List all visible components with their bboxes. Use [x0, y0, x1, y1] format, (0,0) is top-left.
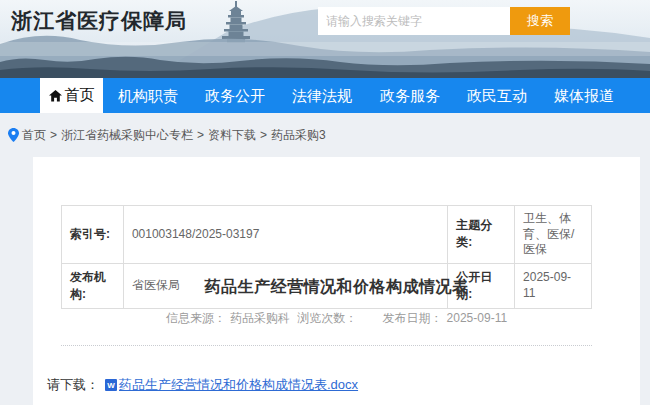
article-meta: 信息来源：药品采购科 浏览次数： 发布日期：2025-09-11 [33, 310, 640, 327]
index-number-label: 索引号: [62, 206, 124, 264]
dotted-divider [61, 345, 592, 346]
breadcrumb-current: 药品采购3 [271, 127, 326, 144]
nav-item-home[interactable]: 首页 [40, 78, 103, 113]
search-input[interactable] [318, 7, 510, 35]
breadcrumb-separator: > [50, 128, 57, 142]
nav-item-services[interactable]: 政务服务 [380, 78, 440, 113]
index-number-value: 001003148/2025-03197 [123, 206, 447, 264]
breadcrumb-home[interactable]: 首页 [22, 127, 46, 144]
breadcrumb-separator: > [260, 128, 267, 142]
download-label: 请下载： [47, 376, 99, 394]
download-file-link[interactable]: 药品生产经营情况和价格构成情况表.docx [119, 376, 358, 394]
nav-item-media[interactable]: 媒体报道 [554, 78, 614, 113]
breadcrumb-downloads[interactable]: 资料下载 [208, 127, 256, 144]
site-title: 浙江省医疗保障局 [11, 7, 187, 35]
meta-views-label: 浏览次数： [297, 311, 357, 325]
meta-date-value: 2025-09-11 [447, 311, 508, 325]
home-icon [49, 90, 62, 102]
page: 浙江省医疗保障局 搜索 首页 机构职责 政务公开 法律法规 政务服务 政民互动 … [0, 0, 650, 405]
nav-item-duties[interactable]: 机构职责 [118, 78, 178, 113]
search-bar: 搜索 [318, 7, 570, 35]
meta-date-label: 发布日期： [383, 311, 443, 325]
table-row: 索引号: 001003148/2025-03197 主题分类: 卫生、体育、医保… [62, 206, 592, 264]
article-title: 药品生产经营情况和价格构成情况表 [33, 277, 640, 298]
main-nav: 首页 机构职责 政务公开 法律法规 政务服务 政民互动 媒体报道 [0, 78, 650, 113]
word-doc-icon: W [105, 379, 117, 391]
meta-source-value: 药品采购科 [230, 311, 290, 325]
nav-item-interaction[interactable]: 政民互动 [467, 78, 527, 113]
location-pin-icon [8, 128, 19, 142]
topic-category-label: 主题分类: [448, 206, 515, 264]
header-banner: 浙江省医疗保障局 搜索 [0, 0, 650, 78]
nav-item-label: 首页 [65, 86, 95, 105]
meta-source-label: 信息来源： [166, 311, 226, 325]
nav-item-disclosure[interactable]: 政务公开 [205, 78, 265, 113]
topic-category-value: 卫生、体育、医保/医保 [515, 206, 592, 264]
breadcrumb: 首页 > 浙江省药械采购中心专栏 > 资料下载 > 药品采购3 [0, 113, 650, 157]
nav-item-laws[interactable]: 法律法规 [292, 78, 352, 113]
content-card: 索引号: 001003148/2025-03197 主题分类: 卫生、体育、医保… [33, 157, 640, 405]
breadcrumb-procurement-center[interactable]: 浙江省药械采购中心专栏 [61, 127, 193, 144]
breadcrumb-separator: > [197, 128, 204, 142]
search-button[interactable]: 搜索 [510, 7, 570, 35]
download-row: 请下载： W 药品生产经营情况和价格构成情况表.docx [47, 376, 358, 394]
